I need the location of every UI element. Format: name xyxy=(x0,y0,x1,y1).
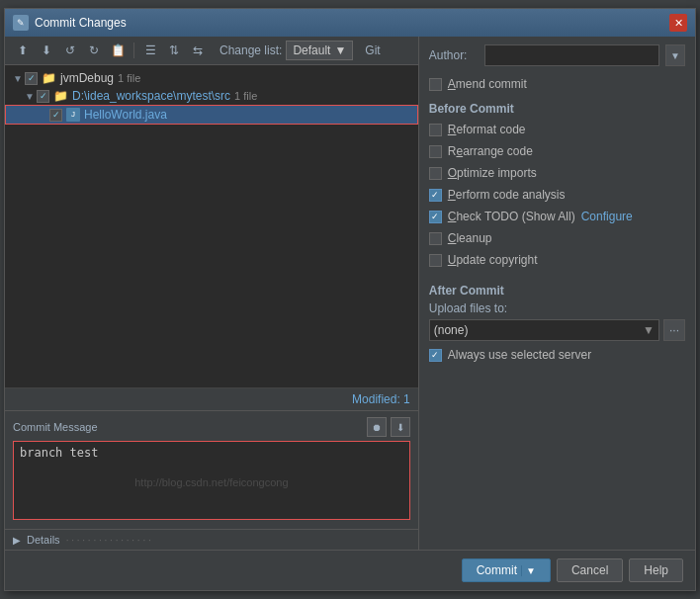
window-icon: ✎ xyxy=(13,15,29,31)
tree-item-helloworld[interactable]: J HelloWorld.java xyxy=(5,105,418,125)
upload-value: (none) xyxy=(434,323,469,337)
option-label-rearrange: Rearrange code xyxy=(448,144,533,158)
commit-button[interactable]: Commit ▼ xyxy=(462,558,551,582)
option-label-cleanup: Cleanup xyxy=(448,231,492,245)
option-label-always-use: Always use selected server xyxy=(448,348,591,362)
tree-count-src: 1 file xyxy=(234,90,257,102)
folder-icon-jvmdebug: 📁 xyxy=(42,71,56,85)
checkbox-optimize[interactable] xyxy=(429,167,442,180)
tree-label-helloworld: HelloWorld.java xyxy=(84,108,167,122)
author-row: Author: ▼ xyxy=(429,44,685,66)
dropdown-arrow-icon: ▼ xyxy=(670,50,680,61)
after-commit-section: After Commit Upload files to: (none) ▼ ·… xyxy=(429,280,685,363)
window-title: Commit Changes xyxy=(35,16,127,30)
tree-item-jvmdebug[interactable]: ▼ 📁 jvmDebug 1 file xyxy=(5,69,418,87)
commit-dropdown-arrow-icon[interactable]: ▼ xyxy=(521,565,536,576)
toolbar-btn-7[interactable]: ⇅ xyxy=(164,41,184,60)
upload-label: Upload files to: xyxy=(429,301,685,315)
toolbar-btn-5[interactable]: 📋 xyxy=(108,41,128,60)
tree-arrow-src: ▼ xyxy=(25,91,37,102)
toolbar-btn-1[interactable]: ⬆ xyxy=(13,41,33,60)
toolbar: ⬆ ⬇ ↺ ↻ 📋 ☰ ⇅ ⇆ Change list: Default ▼ G… xyxy=(5,37,418,65)
commit-message-area: Commit Message ⏺ ⬇ branch test http://bl… xyxy=(5,410,418,529)
left-panel: ⬆ ⬇ ↺ ↻ 📋 ☰ ⇅ ⇆ Change list: Default ▼ G… xyxy=(5,37,419,550)
tree-arrow-hw xyxy=(38,110,49,121)
checkbox-reformat[interactable] xyxy=(429,124,442,136)
git-label: Git xyxy=(365,43,380,57)
folder-icon-src: 📁 xyxy=(53,89,68,103)
down-icon: ⬇ xyxy=(396,422,404,433)
toolbar-btn-4[interactable]: ↻ xyxy=(84,41,104,60)
tree-label-jvmdebug: jvmDebug xyxy=(60,71,114,85)
bottom-bar: Commit ▼ Cancel Help xyxy=(5,550,695,590)
record-icon: ⏺ xyxy=(372,422,382,433)
checkbox-always-use[interactable] xyxy=(429,349,442,362)
more-icon: ··· xyxy=(669,323,679,337)
tree-checkbox-helloworld[interactable] xyxy=(49,109,62,122)
file-tree: ▼ 📁 jvmDebug 1 file ▼ 📁 D:\idea_workspac… xyxy=(5,65,418,387)
option-row-always-use: Always use selected server xyxy=(429,347,685,363)
checkbox-amend[interactable] xyxy=(429,78,442,91)
checkbox-copyright[interactable] xyxy=(429,254,442,267)
option-row-optimize: Optimize imports xyxy=(429,165,685,181)
option-label-reformat: Reformat code xyxy=(448,123,526,136)
checkbox-cleanup[interactable] xyxy=(429,232,442,245)
upload-dropdown[interactable]: (none) ▼ xyxy=(429,319,659,341)
tree-item-src[interactable]: ▼ 📁 D:\idea_workspace\mytest\src 1 file xyxy=(5,87,418,105)
option-label-analyze: Perform code analysis xyxy=(448,188,566,202)
title-bar-left: ✎ Commit Changes xyxy=(13,15,127,31)
details-arrow-icon: ▶ xyxy=(13,535,21,546)
option-row-analyze: Perform code analysis xyxy=(429,187,685,203)
checkbox-rearrange[interactable] xyxy=(429,145,442,158)
tree-arrow-jvmdebug: ▼ xyxy=(13,73,25,84)
upload-row: (none) ▼ ··· xyxy=(429,319,685,341)
after-commit-title: After Commit xyxy=(429,284,685,298)
commit-changes-window: ✎ Commit Changes ✕ ⬆ ⬇ ↺ ↻ 📋 ☰ ⇅ ⇆ Chang… xyxy=(4,8,696,591)
changelist-arrow-icon: ▼ xyxy=(334,43,346,57)
changelist-label: Change list: xyxy=(219,43,282,57)
details-bar: ▶ Details · · · · · · · · · · · · · · · … xyxy=(5,529,418,550)
toolbar-btn-3[interactable]: ↺ xyxy=(60,41,80,60)
details-label: Details xyxy=(27,534,60,546)
author-input[interactable] xyxy=(484,44,659,66)
changelist-value: Default xyxy=(293,43,330,57)
upload-dropdown-arrow-icon: ▼ xyxy=(643,323,655,337)
right-panel: Author: ▼ Amend commit Before Commit Ref… xyxy=(419,37,695,550)
tree-count-jvmdebug: 1 file xyxy=(118,72,140,84)
changelist-dropdown[interactable]: Default ▼ xyxy=(286,41,353,60)
commit-msg-btn-arrow[interactable]: ⬇ xyxy=(391,417,410,437)
commit-button-label: Commit xyxy=(477,563,517,577)
option-label-copyright: Update copyright xyxy=(448,253,538,267)
commit-msg-btn-rec[interactable]: ⏺ xyxy=(367,417,387,437)
option-row-reformat: Reformat code xyxy=(429,122,685,137)
option-row-todo: Check TODO (Show All) Configure xyxy=(429,209,685,224)
author-label: Author: xyxy=(429,48,479,62)
toolbar-btn-6[interactable]: ☰ xyxy=(140,41,160,60)
option-row-rearrange: Rearrange code xyxy=(429,143,685,159)
commit-message-label-row: Commit Message ⏺ ⬇ xyxy=(13,417,410,437)
option-row-copyright: Update copyright xyxy=(429,252,685,268)
author-dropdown-btn[interactable]: ▼ xyxy=(665,44,685,66)
title-bar: ✎ Commit Changes ✕ xyxy=(5,9,695,37)
tree-checkbox-jvmdebug[interactable] xyxy=(25,72,38,85)
help-button[interactable]: Help xyxy=(629,558,683,582)
cancel-button[interactable]: Cancel xyxy=(557,558,623,582)
configure-link[interactable]: Configure xyxy=(581,210,633,223)
toolbar-btn-2[interactable]: ⬇ xyxy=(37,41,56,60)
checkbox-analyze[interactable] xyxy=(429,189,442,202)
modified-label: Modified: 1 xyxy=(5,387,418,410)
modified-count: Modified: 1 xyxy=(352,392,410,406)
main-content: ⬆ ⬇ ↺ ↻ 📋 ☰ ⇅ ⇆ Change list: Default ▼ G… xyxy=(5,37,695,550)
option-label-todo: Check TODO (Show All) xyxy=(448,210,575,223)
details-dots: · · · · · · · · · · · · · · · · xyxy=(66,535,151,546)
checkbox-todo[interactable] xyxy=(429,211,442,223)
option-row-cleanup: Cleanup xyxy=(429,230,685,246)
file-icon-helloworld: J xyxy=(66,108,80,122)
upload-more-btn[interactable]: ··· xyxy=(663,319,685,341)
close-button[interactable]: ✕ xyxy=(669,14,687,32)
tree-checkbox-src[interactable] xyxy=(37,90,49,103)
toolbar-btn-8[interactable]: ⇆ xyxy=(188,41,208,60)
commit-message-input[interactable]: branch test xyxy=(13,441,410,520)
tree-label-src: D:\idea_workspace\mytest\src xyxy=(72,89,230,103)
option-row-amend: Amend commit xyxy=(429,76,685,92)
